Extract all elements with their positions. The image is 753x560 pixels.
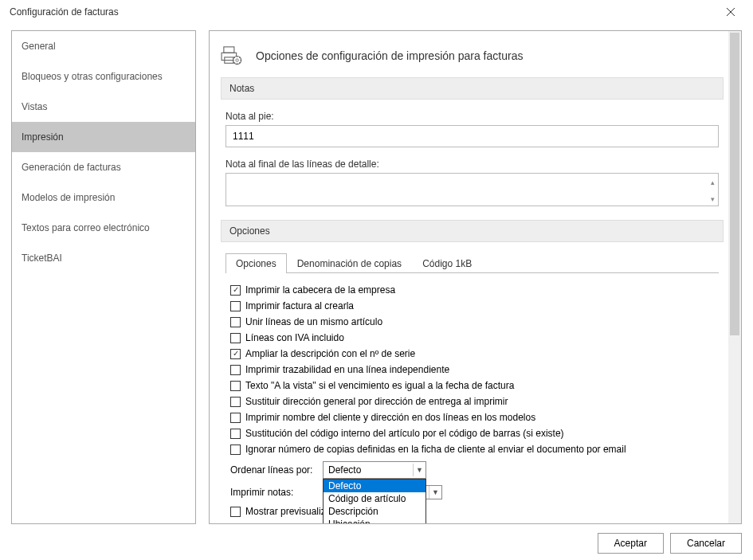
sidebar-item-0[interactable]: General [12,31,195,61]
section-opciones-header: Opciones [221,220,724,242]
check-label-7: Sustituir dirección general por direcció… [245,396,508,407]
chevron-down-icon[interactable]: ▼ [413,464,426,476]
checkbox-3[interactable] [230,333,241,343]
check-row-6[interactable]: Texto "A la vista" si el vencimiento es … [230,380,714,391]
check-row-10[interactable]: Ignorar número de copias definidas en la… [230,444,714,455]
checkbox-4[interactable]: ✓ [230,349,241,359]
checkbox-2[interactable] [230,317,241,327]
svg-rect-0 [224,47,234,53]
tab-1[interactable]: Denominación de copias [287,253,412,273]
scrollbar-thumb[interactable] [730,33,739,335]
printer-settings-icon [221,45,245,66]
checkbox-1[interactable] [230,301,241,311]
sidebar-item-7[interactable]: TicketBAI [12,243,195,273]
scrollbar[interactable] [728,31,741,523]
check-label-2: Unir líneas de un mismo artículo [245,316,382,327]
sidebar-item-1[interactable]: Bloqueos y otras configuraciones [12,61,195,92]
check-label-6: Texto "A la vista" si el vencimiento es … [245,380,514,391]
check-label-1: Imprimir factura al crearla [245,300,354,311]
check-label-0: Imprimir la cabecera de la empresa [245,284,395,296]
sidebar: GeneralBloqueos y otras configuracionesV… [11,30,196,524]
textarea-spinner[interactable]: ▴ ▾ [707,174,718,208]
main-panel: Opciones de configuración de impresión p… [209,30,742,524]
notes-label: Imprimir notas: [230,487,315,498]
checkbox-9[interactable] [230,429,241,439]
preview-row[interactable]: Mostrar previsualiz [230,506,714,517]
check-row-4[interactable]: ✓Ampliar la descripción con el nº de ser… [230,348,714,359]
checkbox-5[interactable] [230,365,241,375]
check-label-10: Ignorar número de copias definidas en la… [245,444,626,455]
check-row-7[interactable]: Sustituir dirección general por direcció… [230,396,714,407]
section-notas-header: Notas [221,77,724,100]
chevron-down-icon[interactable]: ▾ [707,191,718,209]
check-row-1[interactable]: Imprimir factura al crearla [230,300,714,311]
sidebar-item-4[interactable]: Generación de facturas [12,152,195,182]
preview-checkbox[interactable] [230,507,241,517]
order-value: Defecto [328,464,361,476]
footer-note-label: Nota al pie: [226,111,719,122]
checkbox-7[interactable] [230,397,241,407]
preview-label: Mostrar previsualiz [245,506,326,517]
tab-0[interactable]: Opciones [226,253,287,273]
checkbox-10[interactable] [230,444,241,455]
chevron-up-icon[interactable]: ▴ [707,174,718,191]
check-row-9[interactable]: Sustitución del código interno del artíc… [230,428,714,439]
detail-note-label: Nota al final de las líneas de detalle: [226,159,719,170]
sidebar-item-5[interactable]: Modelos de impresión [12,182,195,213]
check-label-8: Imprimir nombre del cliente y dirección … [245,412,535,423]
window-title: Configuración de facturas [10,6,119,18]
tabs: OpcionesDenominación de copiasCódigo 1kB [226,253,719,273]
page-title: Opciones de configuración de impresión p… [256,49,523,62]
chevron-down-icon[interactable]: ▼ [429,486,441,499]
order-label: Ordenar líneas por: [230,464,315,476]
check-row-3[interactable]: Líneas con IVA incluido [230,332,714,343]
check-row-0[interactable]: ✓Imprimir la cabecera de la empresa [230,284,714,296]
check-label-4: Ampliar la descripción con el nº de seri… [245,348,415,359]
check-row-5[interactable]: Imprimir trazabilidad en una línea indep… [230,364,714,375]
check-label-3: Líneas con IVA incluido [245,332,344,343]
order-dropdown: DefectoCódigo de artículoDescripciónUbic… [323,479,426,523]
sidebar-item-2[interactable]: Vistas [12,92,195,122]
cancel-button[interactable]: Cancelar [670,533,742,554]
order-option-3[interactable]: Ubicación [324,518,426,523]
checkbox-0[interactable]: ✓ [230,285,241,296]
order-option-1[interactable]: Código de artículo [324,492,426,505]
order-select[interactable]: Defecto▼DefectoCódigo de artículoDescrip… [323,461,426,479]
order-option-0[interactable]: Defecto [324,480,426,492]
accept-button[interactable]: Aceptar [598,533,664,554]
sidebar-item-3[interactable]: Impresión [12,122,195,152]
check-row-8[interactable]: Imprimir nombre del cliente y dirección … [230,412,714,423]
checkbox-6[interactable] [230,381,241,391]
sidebar-item-6[interactable]: Textos para correo electrónico [12,213,195,243]
checkbox-8[interactable] [230,413,241,423]
close-button[interactable] [715,1,747,23]
close-icon [727,8,735,16]
order-option-2[interactable]: Descripción [324,505,426,518]
footer-note-input[interactable] [226,125,719,147]
check-row-2[interactable]: Unir líneas de un mismo artículo [230,316,714,327]
detail-note-textarea[interactable] [226,173,719,206]
tab-2[interactable]: Código 1kB [412,253,482,273]
check-label-5: Imprimir trazabilidad en una línea indep… [245,364,449,375]
check-label-9: Sustitución del código interno del artíc… [245,428,564,439]
